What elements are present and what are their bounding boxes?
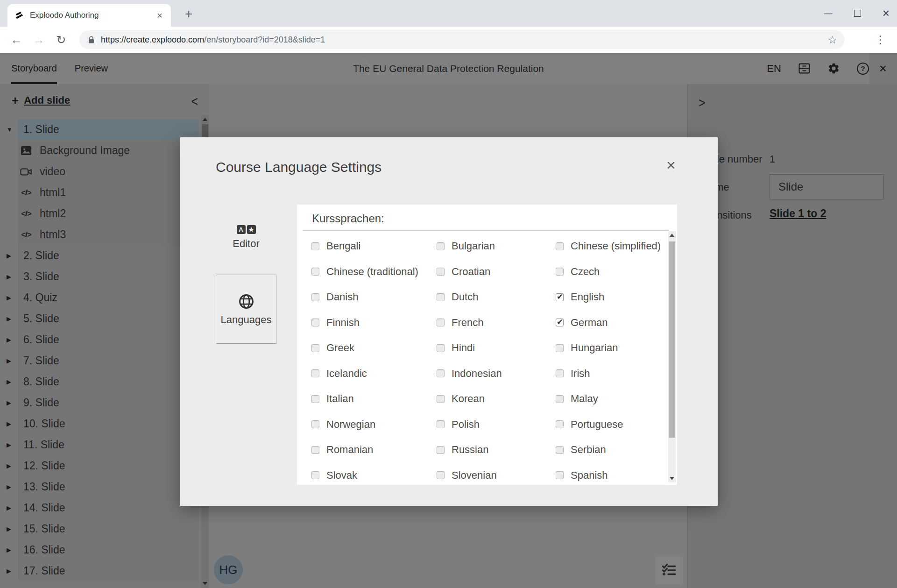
- checkbox-icon[interactable]: [437, 395, 445, 403]
- checkbox-icon[interactable]: [311, 471, 319, 479]
- bookmark-star-icon[interactable]: ☆: [827, 34, 837, 46]
- checkbox-icon[interactable]: [556, 369, 564, 377]
- language-option[interactable]: Spanish: [556, 469, 661, 482]
- checkbox-icon[interactable]: [311, 268, 319, 276]
- language-label: English: [571, 291, 604, 303]
- forward-icon[interactable]: →: [31, 33, 47, 47]
- scrollbar-thumb[interactable]: [669, 241, 675, 438]
- language-option[interactable]: Dutch: [437, 291, 556, 303]
- window-minimize-button[interactable]: —: [824, 8, 833, 18]
- window-close-button[interactable]: ×: [883, 6, 890, 21]
- checkbox-icon[interactable]: [311, 420, 319, 428]
- language-option[interactable]: Russian: [437, 444, 556, 456]
- language-option[interactable]: Italian: [311, 393, 437, 405]
- language-option[interactable]: Finnish: [311, 317, 437, 329]
- app-window: Storyboard Preview The EU General Data P…: [0, 53, 897, 588]
- language-option[interactable]: Icelandic: [311, 368, 437, 380]
- checkbox-icon[interactable]: [556, 471, 564, 479]
- languages-scrollbar[interactable]: [668, 231, 676, 482]
- language-option[interactable]: Bengali: [311, 240, 437, 252]
- language-option[interactable]: Serbian: [556, 444, 661, 456]
- language-option[interactable]: German: [556, 317, 661, 329]
- window-maximize-button[interactable]: [854, 10, 861, 17]
- language-option[interactable]: French: [437, 317, 556, 329]
- checkbox-icon[interactable]: [311, 446, 319, 454]
- language-label: Norwegian: [326, 418, 375, 431]
- browser-menu-icon[interactable]: ⋮: [875, 34, 886, 46]
- language-label: Dutch: [452, 291, 478, 303]
- checkbox-icon[interactable]: [311, 344, 319, 352]
- checkbox-icon[interactable]: [556, 395, 564, 403]
- tab-editor[interactable]: A★ Editor: [216, 225, 276, 250]
- language-label: Portuguese: [571, 418, 623, 431]
- url-path-text: /en/storyboard?id=2018&slide=1: [204, 35, 325, 45]
- language-option[interactable]: Czech: [556, 266, 661, 278]
- checkbox-icon[interactable]: [556, 446, 564, 454]
- checkbox-icon[interactable]: [556, 420, 564, 428]
- language-option[interactable]: Chinese (simplified): [556, 240, 661, 252]
- language-option[interactable]: Croatian: [437, 266, 556, 278]
- scroll-up-icon[interactable]: [670, 234, 674, 237]
- language-option[interactable]: Malay: [556, 393, 661, 405]
- url-field[interactable]: https://create.exploodo.com /en/storyboa…: [79, 30, 845, 49]
- language-label: Romanian: [326, 444, 373, 456]
- language-label: Russian: [452, 444, 488, 456]
- language-label: Chinese (simplified): [571, 240, 661, 252]
- checkbox-icon[interactable]: [311, 242, 319, 250]
- checkbox-icon[interactable]: [311, 319, 319, 326]
- checkbox-icon[interactable]: [556, 242, 564, 250]
- language-option[interactable]: Portuguese: [556, 418, 661, 431]
- language-option[interactable]: Slovenian: [437, 469, 556, 482]
- tab-close-icon[interactable]: ×: [155, 10, 164, 21]
- language-label: Czech: [571, 266, 600, 278]
- checkbox-icon[interactable]: [437, 293, 445, 301]
- checkbox-icon[interactable]: [437, 471, 445, 479]
- language-label: Spanish: [571, 469, 608, 482]
- scroll-down-icon[interactable]: [670, 477, 674, 480]
- checkbox-icon[interactable]: [437, 242, 445, 250]
- checkbox-checked-icon[interactable]: [556, 319, 564, 326]
- checkbox-icon[interactable]: [437, 420, 445, 428]
- language-label: Bengali: [326, 240, 360, 252]
- globe-icon: [238, 293, 255, 310]
- checkbox-icon[interactable]: [311, 395, 319, 403]
- new-tab-button[interactable]: +: [185, 7, 192, 21]
- language-label: Croatian: [452, 266, 490, 278]
- checkbox-icon[interactable]: [437, 446, 445, 454]
- language-label: Hindi: [452, 342, 475, 354]
- languages-panel-header: Kurssprachen:: [312, 212, 384, 225]
- language-label: Chinese (traditional): [326, 266, 418, 278]
- language-option[interactable]: Polish: [437, 418, 556, 431]
- language-option[interactable]: Korean: [437, 393, 556, 405]
- checkbox-icon[interactable]: [437, 369, 445, 377]
- reload-icon[interactable]: ↻: [53, 33, 69, 47]
- language-option[interactable]: Greek: [311, 342, 437, 354]
- language-option[interactable]: Norwegian: [311, 418, 437, 431]
- checkbox-icon[interactable]: [437, 344, 445, 352]
- language-option[interactable]: Romanian: [311, 444, 437, 456]
- tab-languages[interactable]: Languages: [216, 275, 276, 344]
- checkbox-icon[interactable]: [556, 344, 564, 352]
- back-icon[interactable]: ←: [8, 33, 24, 47]
- checkbox-icon[interactable]: [437, 319, 445, 326]
- language-option[interactable]: Slovak: [311, 469, 437, 482]
- language-option[interactable]: Bulgarian: [437, 240, 556, 252]
- browser-tab[interactable]: Exploodo Authoring ×: [7, 4, 171, 27]
- checkbox-checked-icon[interactable]: [556, 293, 564, 301]
- language-option[interactable]: Indonesian: [437, 368, 556, 380]
- checkbox-icon[interactable]: [311, 369, 319, 377]
- language-option[interactable]: Chinese (traditional): [311, 266, 437, 278]
- modal-close-icon[interactable]: ×: [663, 157, 679, 173]
- language-label: Indonesian: [452, 368, 502, 380]
- language-option[interactable]: Irish: [556, 368, 661, 380]
- language-label: Icelandic: [326, 368, 367, 380]
- checkbox-icon[interactable]: [311, 293, 319, 301]
- language-option[interactable]: Hindi: [437, 342, 556, 354]
- lock-icon: [88, 36, 95, 44]
- language-option[interactable]: Hungarian: [556, 342, 661, 354]
- language-option[interactable]: English: [556, 291, 661, 303]
- checkbox-icon[interactable]: [437, 268, 445, 276]
- language-option[interactable]: Danish: [311, 291, 437, 303]
- checkbox-icon[interactable]: [556, 268, 564, 276]
- modal-title: Course Language Settings: [216, 159, 381, 175]
